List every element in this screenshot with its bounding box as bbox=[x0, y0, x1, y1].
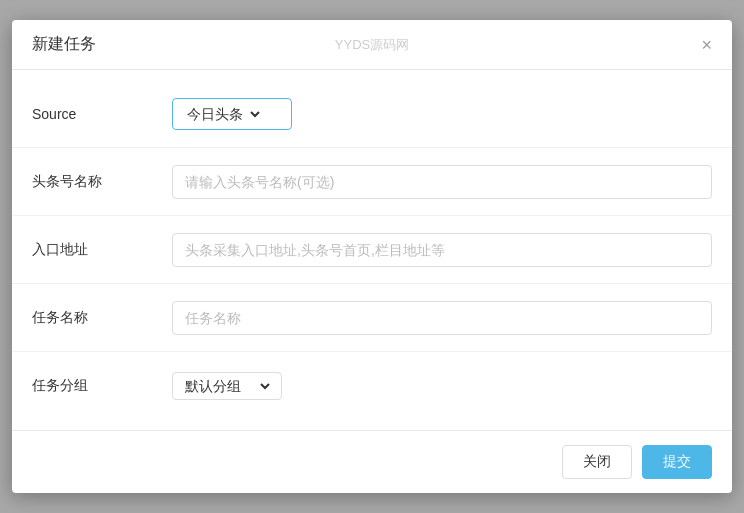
submit-button[interactable]: 提交 bbox=[642, 445, 712, 479]
task-name-control bbox=[172, 301, 712, 335]
form-row-account-name: 头条号名称 bbox=[12, 148, 732, 216]
task-group-select-wrapper[interactable]: 默认分组 分组一 分组二 bbox=[172, 372, 282, 400]
account-name-control bbox=[172, 165, 712, 199]
task-name-input[interactable] bbox=[172, 301, 712, 335]
task-group-label: 任务分组 bbox=[32, 377, 172, 395]
watermark: YYDS源码网 bbox=[335, 36, 409, 54]
entry-url-input[interactable] bbox=[172, 233, 712, 267]
task-group-control: 默认分组 分组一 分组二 bbox=[172, 372, 712, 400]
source-label: Source bbox=[32, 106, 172, 122]
account-name-label: 头条号名称 bbox=[32, 173, 172, 191]
entry-url-control bbox=[172, 233, 712, 267]
close-icon[interactable]: × bbox=[701, 36, 712, 54]
source-control: 今日头条 微博 微信 抖音 bbox=[172, 98, 712, 130]
form-row-task-name: 任务名称 bbox=[12, 284, 732, 352]
close-button[interactable]: 关闭 bbox=[562, 445, 632, 479]
modal-footer: 关闭 提交 bbox=[12, 430, 732, 493]
task-group-select[interactable]: 默认分组 分组一 分组二 bbox=[181, 377, 273, 395]
modal-body: Source 今日头条 微博 微信 抖音 头条号名称 bbox=[12, 70, 732, 430]
account-name-input[interactable] bbox=[172, 165, 712, 199]
dialog: 新建任务 YYDS源码网 × Source 今日头条 微博 微信 抖音 bbox=[12, 20, 732, 493]
form-row-source: Source 今日头条 微博 微信 抖音 bbox=[12, 80, 732, 148]
source-select-wrapper[interactable]: 今日头条 微博 微信 抖音 bbox=[172, 98, 292, 130]
form-row-task-group: 任务分组 默认分组 分组一 分组二 bbox=[12, 352, 732, 420]
modal-title: 新建任务 bbox=[32, 34, 96, 55]
form-row-entry-url: 入口地址 bbox=[12, 216, 732, 284]
entry-url-label: 入口地址 bbox=[32, 241, 172, 259]
modal-overlay: 新建任务 YYDS源码网 × Source 今日头条 微博 微信 抖音 bbox=[0, 0, 744, 513]
task-name-label: 任务名称 bbox=[32, 309, 172, 327]
modal-header: 新建任务 YYDS源码网 × bbox=[12, 20, 732, 70]
source-select[interactable]: 今日头条 微博 微信 抖音 bbox=[183, 105, 263, 123]
